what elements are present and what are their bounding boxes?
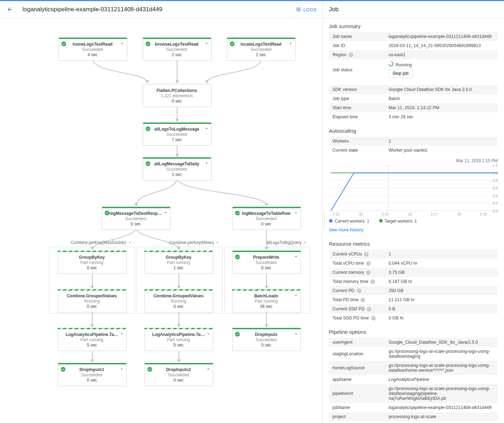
svg-point-21	[146, 126, 150, 131]
node-time: 1 sec	[148, 265, 209, 270]
chevron-down-icon[interactable]	[204, 126, 209, 131]
kv-value: loganalyticspipeline-example-0311211408-…	[389, 34, 494, 39]
svg-point-19	[146, 41, 150, 46]
back-arrow-icon[interactable]	[6, 5, 14, 14]
node-time: 0 sec	[235, 222, 297, 226]
chevron-down-icon[interactable]	[206, 366, 211, 371]
node-title: DropInputs	[235, 332, 297, 337]
node-status: Succeeded	[146, 132, 208, 137]
node-status: Succeeded	[235, 216, 297, 221]
success-icon	[61, 41, 67, 47]
node-combine-grouped-2[interactable]: Combine.GroupedValuesRunning0 sec	[145, 289, 213, 312]
kv-value: 2019-03-11_14_14_21-5953025054691899913	[389, 43, 494, 48]
node-status: Running	[148, 299, 209, 304]
x-tick: 2:16	[382, 212, 388, 216]
svg-point-26	[235, 332, 240, 336]
kv-row: Current SSD PD?0 B	[329, 304, 498, 313]
node-title: locateLogsTextRead	[230, 42, 292, 47]
pipeline-canvas[interactable]: homeLogsTextReadSucceeded4 sec browseLog…	[0, 18, 322, 423]
chevron-down-icon[interactable]	[204, 161, 209, 166]
help-icon[interactable]: ?	[361, 298, 365, 302]
node-dropinputs[interactable]: DropInputsSucceeded0 sec	[232, 328, 301, 351]
chevron-down-icon[interactable]	[163, 210, 168, 215]
node-logMessageToDestResp[interactable]: logMessageToDestResp…Succeeded0 sec	[102, 207, 170, 230]
help-icon[interactable]: ?	[367, 307, 371, 311]
kv-key: pipelineUrl	[332, 386, 389, 401]
help-icon[interactable]: ?	[370, 279, 375, 284]
svg-marker-5	[134, 203, 138, 206]
chevron-down-icon[interactable]	[119, 331, 124, 336]
chart-area[interactable]: 0.00.20.40.60.81.01.2 2:15:302:16:302:17…	[329, 165, 498, 211]
kv-key: Region?	[332, 52, 389, 57]
x-tick: 2:18	[480, 212, 486, 216]
svg-point-27	[61, 367, 65, 371]
help-icon[interactable]: ?	[366, 270, 371, 275]
node-time: 0 sec	[61, 265, 123, 270]
kv-row: appNameLogAnalyticsPipeline	[329, 375, 498, 384]
node-status: Part running	[61, 260, 123, 265]
node-locateLogsTextRead[interactable]: locateLogsTextReadSucceeded2 sec	[227, 38, 296, 61]
node-preparewrite[interactable]: PrepareWriteSucceeded0 sec	[232, 251, 301, 274]
kv-row: SDK versionGoogle Cloud Dataflow SDK for…	[329, 85, 498, 94]
node-dropinputs2[interactable]: DropInputs2Succeeded0 sec	[145, 363, 213, 386]
kv-key: userAgent	[332, 340, 389, 345]
node-browseLogsTextRead[interactable]: browseLogsTextReadSucceeded2 sec	[143, 38, 211, 61]
node-combine-grouped-1[interactable]: Combine.GroupedValuesRunning0 sec	[58, 289, 127, 312]
svg-marker-6	[265, 203, 268, 206]
chevron-down-icon[interactable]	[288, 41, 293, 46]
node-groupbykey-1[interactable]: GroupByKeyPart running0 sec	[58, 251, 127, 274]
node-allLogMessageToDaily[interactable]: allLogMessageToDailySucceeded1 sec	[143, 157, 211, 180]
node-loganalytics-2[interactable]: LogAnalyticsPipeline.Ta…Part running5 se…	[145, 328, 213, 351]
logs-button[interactable]: LOGS	[296, 7, 317, 12]
chevron-down-icon[interactable]	[204, 41, 209, 46]
kv-row: Elapsed time3 min 28 sec	[329, 112, 498, 121]
chevron-down-icon[interactable]	[119, 366, 124, 371]
chevron-down-icon[interactable]	[120, 41, 125, 46]
x-tick: :30	[358, 212, 363, 216]
kv-row: Region?us-east1	[329, 50, 498, 59]
node-dropinputs1[interactable]: DropInputs1Succeeded0 sec	[58, 363, 127, 386]
chevron-down-icon[interactable]	[294, 293, 298, 298]
help-icon[interactable]: ?	[349, 53, 353, 57]
node-title: DropInputs2	[148, 367, 209, 372]
success-icon	[60, 366, 66, 372]
kv-row: Total SSD PD time?0 GB hr	[329, 313, 498, 323]
node-groupbykey-2[interactable]: GroupByKeyPart running1 sec	[145, 251, 213, 274]
chevron-down-icon[interactable]	[294, 254, 298, 259]
node-status: Part running	[235, 299, 297, 304]
success-icon	[235, 210, 240, 216]
help-icon[interactable]: ?	[371, 316, 376, 320]
side-panel: Job Job summary Job nameloganalyticspipe…	[323, 1, 504, 423]
node-logMessageToTableRow[interactable]: logMessageToTableRowSucceeded0 sec	[232, 207, 301, 230]
chevron-down-icon[interactable]	[206, 331, 211, 336]
chevron-up-icon	[303, 240, 307, 245]
node-status: Succeeded	[235, 260, 297, 265]
chevron-down-icon[interactable]	[294, 331, 298, 336]
group-label[interactable]: Combine.perKey(MaxDouble)	[71, 240, 132, 245]
success-icon	[145, 126, 151, 132]
chevron-down-icon[interactable]	[294, 210, 298, 215]
running-status-icon	[388, 60, 395, 67]
node-time: 7 sec	[146, 137, 208, 142]
see-more-history-link[interactable]: See more history	[329, 227, 498, 232]
node-batchloads[interactable]: BatchLoadsPart running36 sec	[232, 289, 301, 312]
help-icon[interactable]: ?	[357, 289, 361, 293]
node-time: 0 sec	[148, 378, 209, 383]
node-title: GroupByKey	[61, 255, 123, 260]
kv-key: Total vCPU time?	[332, 261, 389, 266]
node-loganalytics-1[interactable]: LogAnalyticsPipeline.Ta…Part running5 se…	[58, 328, 127, 351]
node-flatten[interactable]: Flatten.PCollections1,321 elements/s0 se…	[143, 84, 211, 107]
group-label[interactable]: Combine.perKey(Mean)	[169, 240, 220, 245]
help-icon[interactable]: ?	[366, 261, 371, 266]
y-tick: 0.8	[493, 179, 498, 183]
node-allLogsToLogMessage[interactable]: allLogsToLogMessageSucceeded7 sec	[143, 123, 211, 146]
kv-value: Mar 11, 2019, 2:14:22 PM	[389, 105, 494, 110]
kv-value: 0 B	[389, 306, 494, 311]
node-homeLogsTextRead[interactable]: homeLogsTextReadSucceeded4 sec	[59, 38, 127, 61]
group-label[interactable]: allLogsToBigQuery	[266, 240, 307, 245]
kv-value: loganalyticspipeline-example-0311211408-…	[389, 405, 494, 410]
node-status: Part running	[148, 260, 209, 265]
stop-job-button[interactable]: Stop job	[389, 69, 412, 78]
help-icon[interactable]: ?	[364, 252, 369, 257]
y-tick: 1.0	[493, 171, 498, 175]
